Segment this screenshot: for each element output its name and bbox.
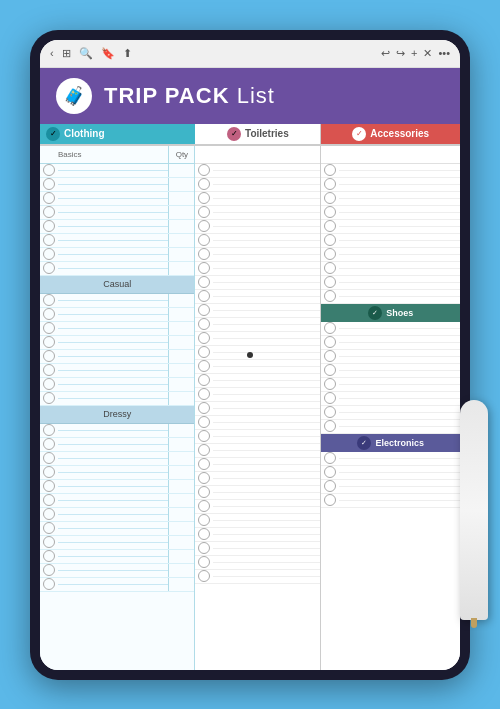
checkbox[interactable]	[43, 466, 55, 478]
checkbox[interactable]	[198, 360, 210, 372]
checkbox[interactable]	[324, 206, 336, 218]
close-icon[interactable]: ✕	[423, 47, 432, 60]
toiletries-row	[195, 332, 320, 346]
checkbox[interactable]	[43, 164, 55, 176]
checkbox[interactable]	[198, 500, 210, 512]
checkbox[interactable]	[198, 248, 210, 260]
checkbox[interactable]	[324, 420, 336, 432]
checkbox[interactable]	[324, 164, 336, 176]
checkbox[interactable]	[198, 346, 210, 358]
checkbox[interactable]	[198, 206, 210, 218]
checkbox[interactable]	[198, 556, 210, 568]
checkbox[interactable]	[324, 350, 336, 362]
checkbox[interactable]	[198, 164, 210, 176]
clothing-row	[40, 550, 194, 564]
checkbox[interactable]	[43, 294, 55, 306]
checkbox[interactable]	[324, 392, 336, 404]
header-icon: 🧳	[56, 78, 92, 114]
checkbox[interactable]	[198, 332, 210, 344]
checkbox[interactable]	[43, 308, 55, 320]
checkbox[interactable]	[43, 322, 55, 334]
checkbox[interactable]	[324, 452, 336, 464]
checkbox[interactable]	[324, 494, 336, 506]
checkbox[interactable]	[324, 178, 336, 190]
checkbox[interactable]	[198, 416, 210, 428]
checkbox[interactable]	[324, 466, 336, 478]
checkbox[interactable]	[43, 336, 55, 348]
checkbox[interactable]	[198, 178, 210, 190]
redo-icon[interactable]: ↪	[396, 47, 405, 60]
checkbox[interactable]	[198, 304, 210, 316]
checkbox[interactable]	[324, 336, 336, 348]
checkbox[interactable]	[43, 392, 55, 404]
checkbox[interactable]	[43, 522, 55, 534]
checkbox[interactable]	[324, 290, 336, 302]
checkbox[interactable]	[198, 192, 210, 204]
more-icon[interactable]: •••	[438, 47, 450, 59]
checkbox[interactable]	[43, 350, 55, 362]
checkbox[interactable]	[198, 542, 210, 554]
checkbox[interactable]	[43, 262, 55, 274]
undo-icon[interactable]: ↩	[381, 47, 390, 60]
checkbox[interactable]	[198, 220, 210, 232]
checkbox[interactable]	[324, 248, 336, 260]
search-icon[interactable]: 🔍	[79, 47, 93, 60]
checkbox[interactable]	[198, 458, 210, 470]
checkbox[interactable]	[324, 262, 336, 274]
checkbox[interactable]	[198, 486, 210, 498]
checkbox[interactable]	[324, 378, 336, 390]
back-icon[interactable]: ‹	[50, 47, 54, 59]
checkbox[interactable]	[324, 192, 336, 204]
checkbox[interactable]	[43, 424, 55, 436]
clothing-casual-rows	[40, 294, 194, 406]
checkbox[interactable]	[198, 472, 210, 484]
checkbox[interactable]	[43, 248, 55, 260]
checkbox[interactable]	[43, 220, 55, 232]
checkbox[interactable]	[43, 192, 55, 204]
shoes-row	[321, 392, 460, 406]
add-icon[interactable]: +	[411, 47, 417, 59]
checkbox[interactable]	[43, 480, 55, 492]
checkbox[interactable]	[43, 234, 55, 246]
checkbox[interactable]	[324, 234, 336, 246]
checkbox[interactable]	[198, 234, 210, 246]
checkbox[interactable]	[198, 262, 210, 274]
checkbox[interactable]	[198, 444, 210, 456]
checkbox[interactable]	[324, 322, 336, 334]
checkbox[interactable]	[198, 374, 210, 386]
checkbox[interactable]	[43, 438, 55, 450]
checkbox[interactable]	[43, 508, 55, 520]
checkbox[interactable]	[198, 514, 210, 526]
checkbox[interactable]	[43, 494, 55, 506]
top-bar: ‹ ⊞ 🔍 🔖 ⬆ ↩ ↪ + ✕ •••	[40, 40, 460, 68]
checkbox[interactable]	[43, 536, 55, 548]
checkbox[interactable]	[198, 388, 210, 400]
accessories-row	[321, 220, 460, 234]
checkbox[interactable]	[43, 550, 55, 562]
shoes-row	[321, 378, 460, 392]
share-icon[interactable]: ⬆	[123, 47, 132, 60]
checkbox[interactable]	[324, 364, 336, 376]
clothing-dressy-rows	[40, 424, 194, 592]
checkbox[interactable]	[43, 178, 55, 190]
checkbox[interactable]	[198, 528, 210, 540]
checkbox[interactable]	[324, 480, 336, 492]
checkbox[interactable]	[43, 364, 55, 376]
checkbox[interactable]	[43, 564, 55, 576]
checkbox[interactable]	[324, 220, 336, 232]
checkbox[interactable]	[198, 276, 210, 288]
checkbox[interactable]	[198, 430, 210, 442]
checkbox[interactable]	[43, 452, 55, 464]
checkbox[interactable]	[198, 402, 210, 414]
checkbox[interactable]	[43, 578, 55, 590]
bookmark-icon[interactable]: 🔖	[101, 47, 115, 60]
checkbox[interactable]	[43, 206, 55, 218]
checkbox[interactable]	[43, 378, 55, 390]
grid-icon[interactable]: ⊞	[62, 47, 71, 60]
checkbox[interactable]	[324, 276, 336, 288]
checkbox[interactable]	[324, 406, 336, 418]
checkbox[interactable]	[198, 318, 210, 330]
checkbox[interactable]	[198, 290, 210, 302]
shoes-section-header: ✓ Shoes	[321, 304, 460, 322]
checkbox[interactable]	[198, 570, 210, 582]
